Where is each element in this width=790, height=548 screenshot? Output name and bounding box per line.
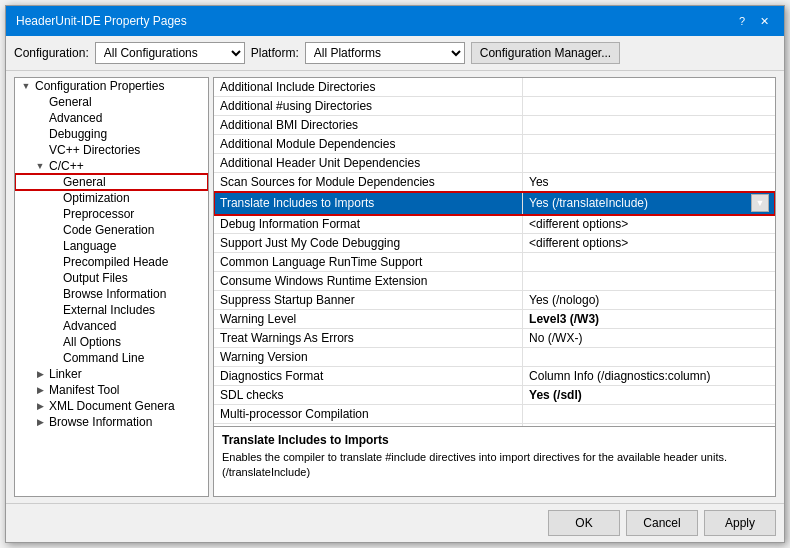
- tree-item-command-line[interactable]: Command Line: [15, 350, 208, 366]
- prop-value-cell: [523, 78, 775, 97]
- tree-item-cpp-advanced[interactable]: Advanced: [15, 318, 208, 334]
- description-text: Enables the compiler to translate #inclu…: [222, 450, 767, 481]
- tree-item-browse-info2[interactable]: ▶Browse Information: [15, 414, 208, 430]
- tree-item-cpp-general[interactable]: General: [15, 174, 208, 190]
- tree-label-external-includes: External Includes: [61, 303, 155, 317]
- tree-item-output-files[interactable]: Output Files: [15, 270, 208, 286]
- table-row[interactable]: Additional Module Dependencies: [214, 135, 775, 154]
- tree-label-language: Language: [61, 239, 116, 253]
- tree-label-debugging: Debugging: [47, 127, 107, 141]
- prop-value-cell: Level3 (/W3): [523, 310, 775, 329]
- table-row[interactable]: Additional #using Directories: [214, 97, 775, 116]
- config-label: Configuration:: [14, 46, 89, 60]
- prop-value-cell: No (/WX-): [523, 329, 775, 348]
- table-row[interactable]: Additional Include Directories: [214, 78, 775, 97]
- close-button[interactable]: ✕: [754, 12, 774, 30]
- help-button[interactable]: ?: [732, 12, 752, 30]
- prop-name-cell: Support Just My Code Debugging: [214, 234, 523, 253]
- table-row[interactable]: Additional BMI Directories: [214, 116, 775, 135]
- prop-dropdown-wrapper: Yes (/translateInclude)▼: [529, 194, 769, 212]
- prop-value-cell: Yes (/nologo): [523, 291, 775, 310]
- tree-label-browse-info2: Browse Information: [47, 415, 152, 429]
- tree-item-all-options[interactable]: All Options: [15, 334, 208, 350]
- table-row[interactable]: Consume Windows Runtime Extension: [214, 272, 775, 291]
- tree-label-xml-doc: XML Document Genera: [47, 399, 175, 413]
- tree-expand-output-files: [47, 271, 61, 285]
- bottom-bar: OK Cancel Apply: [6, 503, 784, 542]
- ok-button[interactable]: OK: [548, 510, 620, 536]
- table-row[interactable]: Warning Version: [214, 348, 775, 367]
- prop-name-cell: Suppress Startup Banner: [214, 291, 523, 310]
- tree-expand-precompiled: [47, 255, 61, 269]
- prop-name-cell: SDL checks: [214, 386, 523, 405]
- tree-item-config-props[interactable]: ▼Configuration Properties: [15, 78, 208, 94]
- table-row[interactable]: Support Just My Code Debugging<different…: [214, 234, 775, 253]
- tree-expand-preprocessor: [47, 207, 61, 221]
- tree-expand-config-props: ▼: [19, 79, 33, 93]
- tree-item-optimization[interactable]: Optimization: [15, 190, 208, 206]
- tree-label-cpp: C/C++: [47, 159, 84, 173]
- table-row[interactable]: SDL checksYes (/sdl): [214, 386, 775, 405]
- tree-label-linker: Linker: [47, 367, 82, 381]
- platform-select[interactable]: All Platforms: [305, 42, 465, 64]
- table-row[interactable]: Scan Sources for Module DependenciesYes: [214, 173, 775, 192]
- tree-expand-external-includes: [47, 303, 61, 317]
- tree-item-cpp[interactable]: ▼C/C++: [15, 158, 208, 174]
- prop-value-cell: [523, 253, 775, 272]
- tree-item-code-gen[interactable]: Code Generation: [15, 222, 208, 238]
- prop-value-cell: [523, 135, 775, 154]
- title-bar-buttons: ? ✕: [732, 12, 774, 30]
- table-row[interactable]: Additional Header Unit Dependencies: [214, 154, 775, 173]
- prop-value-cell: <different options>: [523, 215, 775, 234]
- config-manager-button[interactable]: Configuration Manager...: [471, 42, 620, 64]
- tree-label-config-props: Configuration Properties: [33, 79, 164, 93]
- prop-name-cell: Warning Version: [214, 348, 523, 367]
- tree-item-preprocessor[interactable]: Preprocessor: [15, 206, 208, 222]
- prop-name-cell: Consume Windows Runtime Extension: [214, 272, 523, 291]
- tree-item-language[interactable]: Language: [15, 238, 208, 254]
- tree-item-linker[interactable]: ▶Linker: [15, 366, 208, 382]
- properties-table: Additional Include DirectoriesAdditional…: [214, 78, 775, 426]
- tree-expand-general: [33, 95, 47, 109]
- prop-value-cell: Yes: [523, 173, 775, 192]
- tree-item-xml-doc[interactable]: ▶XML Document Genera: [15, 398, 208, 414]
- tree-expand-linker: ▶: [33, 367, 47, 381]
- configuration-select[interactable]: All Configurations: [95, 42, 245, 64]
- tree-expand-all-options: [47, 335, 61, 349]
- table-row[interactable]: Common Language RunTime Support: [214, 253, 775, 272]
- prop-name-cell: Translate Includes to Imports: [214, 192, 523, 215]
- tree-item-debugging[interactable]: Debugging: [15, 126, 208, 142]
- tree-expand-manifest-tool: ▶: [33, 383, 47, 397]
- table-row[interactable]: Diagnostics FormatColumn Info (/diagnost…: [214, 367, 775, 386]
- tree-expand-code-gen: [47, 223, 61, 237]
- prop-value-cell[interactable]: Yes (/translateInclude)▼: [523, 192, 775, 215]
- prop-value-cell: [523, 405, 775, 424]
- tree-item-manifest-tool[interactable]: ▶Manifest Tool: [15, 382, 208, 398]
- table-row[interactable]: Suppress Startup BannerYes (/nologo): [214, 291, 775, 310]
- tree-item-browse-info[interactable]: Browse Information: [15, 286, 208, 302]
- table-row[interactable]: Warning LevelLevel3 (/W3): [214, 310, 775, 329]
- tree-item-general[interactable]: General: [15, 94, 208, 110]
- cancel-button[interactable]: Cancel: [626, 510, 698, 536]
- tree-expand-vc-dirs: [33, 143, 47, 157]
- tree-expand-cpp: ▼: [33, 159, 47, 173]
- table-row[interactable]: Treat Warnings As ErrorsNo (/WX-): [214, 329, 775, 348]
- table-row[interactable]: Debug Information Format<different optio…: [214, 215, 775, 234]
- table-row[interactable]: Multi-processor Compilation: [214, 405, 775, 424]
- tree-label-advanced: Advanced: [47, 111, 102, 125]
- prop-name-cell: Additional Header Unit Dependencies: [214, 154, 523, 173]
- tree-label-preprocessor: Preprocessor: [61, 207, 134, 221]
- tree-item-vc-dirs[interactable]: VC++ Directories: [15, 142, 208, 158]
- prop-name-cell: Diagnostics Format: [214, 367, 523, 386]
- tree-item-precompiled[interactable]: Precompiled Heade: [15, 254, 208, 270]
- tree-label-cpp-general: General: [61, 175, 106, 189]
- prop-name-cell: Treat Warnings As Errors: [214, 329, 523, 348]
- tree-item-advanced[interactable]: Advanced: [15, 110, 208, 126]
- tree-expand-browse-info: [47, 287, 61, 301]
- tree-item-external-includes[interactable]: External Includes: [15, 302, 208, 318]
- prop-dropdown-arrow[interactable]: ▼: [751, 194, 769, 212]
- prop-value-cell: [523, 154, 775, 173]
- tree-label-all-options: All Options: [61, 335, 121, 349]
- apply-button[interactable]: Apply: [704, 510, 776, 536]
- table-row[interactable]: Translate Includes to ImportsYes (/trans…: [214, 192, 775, 215]
